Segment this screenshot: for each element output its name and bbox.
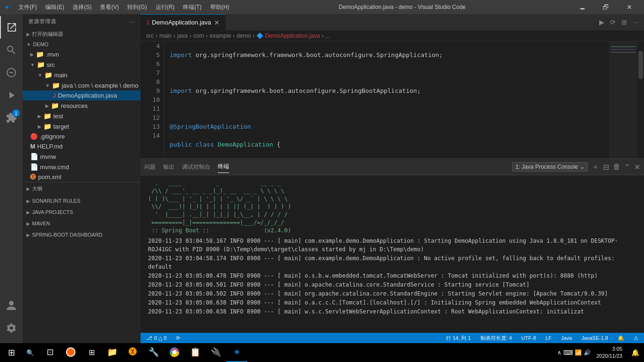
taskbar-network[interactable]: 📶 xyxy=(575,349,582,356)
add-terminal-button[interactable]: ＋ xyxy=(592,162,599,172)
spring-boot-label: SPRING-BOOT DASHBOARD xyxy=(32,232,103,238)
status-tab-size[interactable]: 制表符长度: 4 xyxy=(479,335,514,342)
tree-item-target[interactable]: ▶ 📁 target xyxy=(23,121,140,132)
section-maven[interactable]: ▶ MAVEN xyxy=(23,218,140,229)
status-java-version[interactable]: JavaSE-1.8 xyxy=(579,335,610,341)
tab-demo-app[interactable]: J DemoApplication.java ✕ xyxy=(140,14,226,31)
taskbar-browser1[interactable] xyxy=(60,343,81,362)
status-git[interactable]: ⎇ 0 △ 0 xyxy=(144,335,168,341)
maximize-button[interactable]: 🗗 xyxy=(595,0,617,14)
breadcrumb-file[interactable]: 🔷 DemoApplication.java xyxy=(256,33,320,39)
tree-item-mvnw-cmd[interactable]: 📄 mvnw.cmd xyxy=(23,162,140,172)
breadcrumb-example[interactable]: example xyxy=(210,33,231,39)
tab-debug-console[interactable]: 调试控制台 xyxy=(182,161,210,173)
breadcrumb-src[interactable]: src xyxy=(146,33,154,39)
activity-debug[interactable] xyxy=(0,84,23,107)
console-selector[interactable]: 1: Java Process Console ⌄ xyxy=(512,162,588,172)
terminal-content[interactable]: . ____ _ __ _ _ /\\ / ___'_ __ _ _(_)_ _… xyxy=(140,175,644,333)
trash-terminal-button[interactable]: 🗑 xyxy=(613,163,620,171)
activity-accounts[interactable] xyxy=(0,294,23,317)
status-line-ending[interactable]: LF xyxy=(544,335,553,341)
tree-item-resources[interactable]: ▶ 📁 resources xyxy=(23,100,140,111)
taskbar-task-view[interactable]: ⊡ xyxy=(40,343,60,362)
activity-extensions[interactable]: 1 xyxy=(0,107,23,129)
menu-terminal[interactable]: 终端(T) xyxy=(179,1,205,13)
breadcrumb-demo[interactable]: demo xyxy=(237,33,251,39)
menu-select[interactable]: 选择(S) xyxy=(69,1,95,13)
menu-goto[interactable]: 转到(G) xyxy=(124,1,150,13)
more-actions-button[interactable]: ··· xyxy=(631,16,640,28)
menu-file[interactable]: 文件(F) xyxy=(15,1,41,13)
tree-item-mvnw[interactable]: 📄 mvnw xyxy=(23,151,140,162)
log-7: 2020-11-23 03:05:00.638 INFO 8900 --- [ … xyxy=(148,307,636,316)
taskbar-app2[interactable]: 🅧 xyxy=(123,343,143,362)
taskbar-sys-tray[interactable]: ∧ xyxy=(557,349,561,356)
terminal-close-button[interactable]: ✕ xyxy=(634,163,640,172)
taskbar-vscode[interactable]: ✦ xyxy=(226,343,247,362)
code-editor[interactable]: 4 5 6 7 8 9 10 11 12 13 14 import org.sp… xyxy=(140,41,644,158)
status-warning[interactable]: ⚠ xyxy=(632,335,640,341)
taskbar-app5[interactable]: 🔌 xyxy=(206,343,226,362)
taskbar-app3[interactable]: 🔧 xyxy=(143,343,164,362)
tree-item-gitignore[interactable]: 🔴 .gitignore xyxy=(23,132,140,141)
minimize-button[interactable]: 🗕 xyxy=(571,0,593,14)
activity-settings[interactable] xyxy=(0,317,23,339)
close-button[interactable]: ✕ xyxy=(619,0,640,14)
status-bell[interactable]: 🔔 xyxy=(616,335,626,341)
editor-scrollbar[interactable] xyxy=(637,41,644,158)
section-java-projects[interactable]: ▶ JAVA PROJECTS xyxy=(23,206,140,218)
breadcrumb-symbol[interactable]: ... xyxy=(326,33,330,39)
menu-run[interactable]: 运行(R) xyxy=(152,1,179,13)
taskbar-apps[interactable]: ⊞ xyxy=(81,343,102,362)
taskbar-chrome[interactable] xyxy=(164,343,185,362)
tree-item-help[interactable]: M HELP.md xyxy=(23,141,140,151)
taskbar-keyboard[interactable]: ⌨ xyxy=(563,349,573,356)
section-spring-boot[interactable]: ▶ SPRING-BOOT DASHBOARD xyxy=(23,229,140,240)
editor-terminal-split: 4 5 6 7 8 9 10 11 12 13 14 import org.sp… xyxy=(140,41,644,333)
demo-root-section[interactable]: ▼ DEMO xyxy=(23,40,140,49)
terminal-maximize-button[interactable]: ⌃ xyxy=(624,163,630,172)
activity-git[interactable] xyxy=(0,61,23,84)
tree-item-pom[interactable]: 🅧 pom.xml xyxy=(23,172,140,182)
src-folder-icon: 📁 xyxy=(37,61,45,68)
status-language[interactable]: Java xyxy=(559,335,574,341)
status-line-col[interactable]: 行 14, 列 1 xyxy=(444,335,473,342)
section-sonarlint[interactable]: ▶ SONARLINT RULES xyxy=(23,195,140,206)
run-button[interactable]: ▶ xyxy=(597,16,606,28)
tree-item-main[interactable]: ▼ 📁 main xyxy=(23,70,140,80)
menu-help[interactable]: 帮助(H) xyxy=(206,1,233,13)
status-encoding[interactable]: UTF-8 xyxy=(520,335,538,341)
start-button[interactable]: ⊞ xyxy=(2,343,21,362)
section-outline[interactable]: ▶ 大纲 xyxy=(23,182,140,195)
menu-view[interactable]: 查看(V) xyxy=(96,1,123,13)
taskbar-clock[interactable]: 3:05 2020/11/23 xyxy=(593,346,626,360)
status-sync[interactable]: ⟳ xyxy=(174,335,182,341)
tab-terminal[interactable]: 终端 xyxy=(218,161,229,173)
taskbar-files[interactable]: 📁 xyxy=(102,343,123,362)
tab-problems[interactable]: 问题 xyxy=(144,161,156,173)
taskbar-search[interactable]: 🔍 xyxy=(21,343,40,362)
open-editors-section[interactable]: ▶ 打开的编辑器 xyxy=(23,29,140,40)
debug-run-button[interactable]: ⟳ xyxy=(608,16,618,28)
tree-item-java-path[interactable]: ▼ 📁 java \ com \ example \ demo xyxy=(23,80,140,90)
tree-item-test[interactable]: ▶ 📁 test xyxy=(23,111,140,121)
activity-search[interactable] xyxy=(0,39,23,61)
breadcrumb-java[interactable]: java xyxy=(177,33,188,39)
code-content[interactable]: import org.springframework.framework.boo… xyxy=(164,41,609,158)
notification-button[interactable]: 🔔 xyxy=(628,343,642,362)
sidebar-more-actions[interactable]: ··· xyxy=(129,19,135,25)
tree-item-src[interactable]: ▼ 📁 src xyxy=(23,59,140,70)
tab-output[interactable]: 输出 xyxy=(163,161,174,173)
taskbar-app4[interactable]: 📋 xyxy=(185,343,206,362)
activity-explorer[interactable] xyxy=(0,16,23,39)
split-editor-button[interactable]: ⊞ xyxy=(619,16,629,28)
console-label: 1: Java Process Console xyxy=(515,164,578,170)
breadcrumb-main[interactable]: main xyxy=(159,33,172,39)
breadcrumb-com[interactable]: com xyxy=(193,33,204,39)
menu-edit[interactable]: 编辑(E) xyxy=(41,1,68,13)
tree-item-demo-app[interactable]: J DemoApplication.java xyxy=(23,90,140,100)
tree-item-mvn[interactable]: ▶ 📁 .mvn xyxy=(23,49,140,59)
split-terminal-button[interactable]: ⊟ xyxy=(603,163,609,172)
tab-close-button[interactable]: ✕ xyxy=(214,19,220,26)
taskbar-volume[interactable]: 🔊 xyxy=(584,349,591,356)
